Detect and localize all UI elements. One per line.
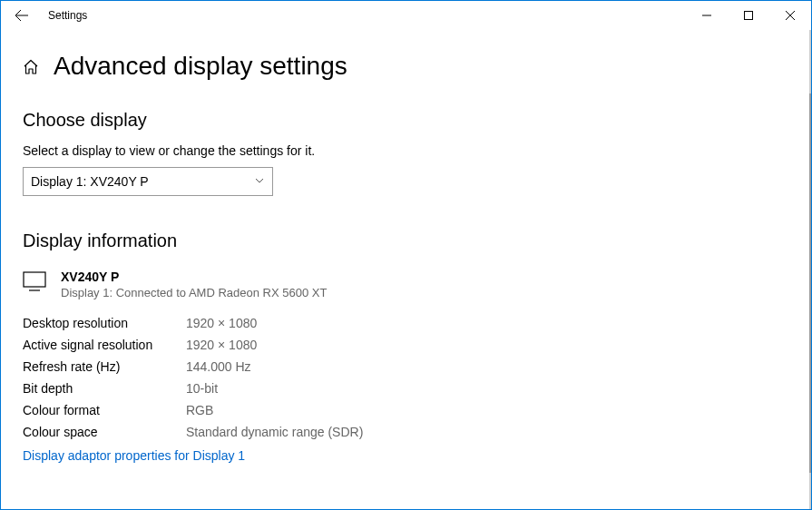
info-value: 144.000 Hz xyxy=(186,359,789,374)
info-label: Bit depth xyxy=(23,381,186,396)
content-area: Advanced display settings Choose display… xyxy=(1,30,811,509)
window-controls xyxy=(686,1,811,30)
scrollbar-thumb[interactable] xyxy=(809,93,811,473)
page-title: Advanced display settings xyxy=(54,52,347,81)
monitor-icon xyxy=(23,271,46,294)
dropdown-value: Display 1: XV240Y P xyxy=(31,174,149,189)
info-value: 1920 × 1080 xyxy=(186,316,789,330)
info-label: Active signal resolution xyxy=(23,338,186,352)
info-value: 10-bit xyxy=(186,381,789,396)
maximize-button[interactable] xyxy=(728,1,769,30)
svg-rect-0 xyxy=(745,12,753,20)
minimize-icon xyxy=(702,11,711,20)
info-label: Colour space xyxy=(23,425,186,439)
close-icon xyxy=(786,11,795,20)
info-value: RGB xyxy=(186,403,789,417)
display-info-table: Desktop resolution 1920 × 1080 Active si… xyxy=(23,316,789,439)
close-button[interactable] xyxy=(769,1,811,30)
maximize-icon xyxy=(744,11,753,20)
minimize-button[interactable] xyxy=(686,1,728,30)
info-value: Standard dynamic range (SDR) xyxy=(186,425,789,439)
device-subtext: Display 1: Connected to AMD Radeon RX 56… xyxy=(61,286,327,299)
window-title: Settings xyxy=(48,9,87,22)
choose-display-heading: Choose display xyxy=(23,110,789,131)
svg-rect-1 xyxy=(24,272,45,287)
info-value: 1920 × 1080 xyxy=(186,338,789,352)
titlebar: Settings xyxy=(1,1,811,30)
display-selector-dropdown[interactable]: Display 1: XV240Y P xyxy=(23,167,273,196)
display-information-heading: Display information xyxy=(23,230,789,251)
info-label: Colour format xyxy=(23,403,186,417)
home-icon[interactable] xyxy=(23,59,39,78)
info-label: Refresh rate (Hz) xyxy=(23,359,186,374)
page-header: Advanced display settings xyxy=(23,52,789,81)
titlebar-left: Settings xyxy=(1,1,87,30)
device-row: XV240Y P Display 1: Connected to AMD Rad… xyxy=(23,270,789,299)
chevron-down-icon xyxy=(254,174,265,189)
device-name: XV240Y P xyxy=(61,270,327,284)
back-button[interactable] xyxy=(1,1,43,30)
adaptor-properties-link[interactable]: Display adaptor properties for Display 1 xyxy=(23,448,245,463)
info-label: Desktop resolution xyxy=(23,316,186,330)
back-arrow-icon xyxy=(15,8,29,23)
choose-display-subtext: Select a display to view or change the s… xyxy=(23,143,789,158)
